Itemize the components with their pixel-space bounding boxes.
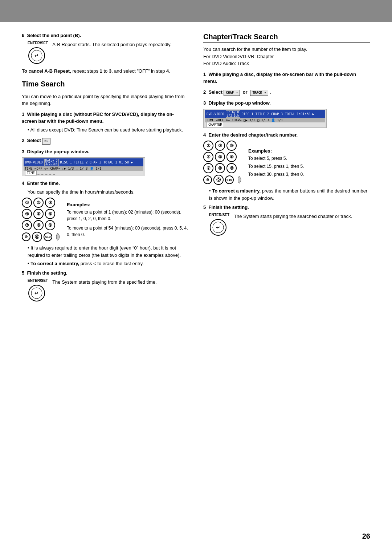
time-step5-text: Finish the setting. bbox=[27, 270, 67, 276]
enter-set-chap-icon: ↵ bbox=[209, 218, 227, 236]
osd-disc: DISC 1 TITLE 2 CHAP 3 TOTAL 1:01:58 ▶ bbox=[60, 161, 133, 164]
chap-bullet-1: To correct a misentry, press the number … bbox=[209, 187, 370, 202]
chap-step5-num: 5 bbox=[203, 204, 206, 210]
chap-step2: 2 Select CHAP → or TRACK → . bbox=[203, 89, 370, 96]
enter-set-time-block: ENTER/SET ↵ The System starts playing fr… bbox=[28, 279, 189, 302]
chap-num-btn-4[interactable]: ④ bbox=[203, 152, 213, 162]
time-step1: 1 While playing a disc (without PBC for … bbox=[22, 111, 189, 125]
page-content: 6 Select the end point (B). ENTER/SET ↵ bbox=[0, 22, 392, 316]
time-numpad-area: ① ② ③ ④ ⑤ ⑥ ⑦ ⑧ bbox=[22, 198, 189, 242]
time-bullet-2-rest: press < to erase the last entry. bbox=[81, 261, 144, 266]
enter-set-chap-left: ENTER/SET ↵ bbox=[209, 213, 229, 236]
chapter-track-intro: You can search for the number of the ite… bbox=[203, 46, 370, 67]
leq10-btn[interactable]: ≤10 bbox=[44, 231, 63, 242]
chap-num-btn-3[interactable]: ③ bbox=[226, 141, 237, 151]
page-wrapper: 6 Select the end point (B). ENTER/SET ↵ bbox=[0, 0, 392, 555]
chap-num-btn-2[interactable]: ② bbox=[215, 141, 225, 151]
chap-num-btn-7[interactable]: ⑦ bbox=[203, 163, 213, 173]
chap-osd-dolby: Dolby D3/2.1ch bbox=[226, 110, 240, 118]
chap-numpad-area: ① ② ③ ④ ⑤ ⑥ ⑦ ⑧ bbox=[203, 141, 370, 185]
chap-num-btn-1[interactable]: ① bbox=[203, 141, 213, 151]
time-step4-text: Enter the time. bbox=[27, 181, 60, 186]
chap-btn1[interactable]: CHAP → bbox=[224, 90, 240, 96]
num-btn-3[interactable]: ③ bbox=[45, 198, 55, 208]
num-btn-2[interactable]: ② bbox=[33, 198, 44, 208]
chap-examples-title: Examples: bbox=[248, 148, 304, 154]
time-step5-num: 5 bbox=[22, 270, 24, 276]
num-btn-10[interactable]: ⑩ bbox=[22, 232, 30, 241]
enter-set-chap-block: ENTER/SET ↵ The System starts playing th… bbox=[209, 213, 370, 236]
chap-num-btn-9[interactable]: ⑨ bbox=[226, 163, 237, 173]
chap-step1-num: 1 bbox=[203, 72, 206, 77]
time-numpad-row1: ① ② ③ ④ ⑤ ⑥ ⑦ ⑧ bbox=[22, 198, 189, 242]
num-btn-7[interactable]: ⑦ bbox=[22, 220, 32, 230]
time-step4-num: 4 bbox=[22, 181, 24, 186]
time-step2-num: 2 bbox=[22, 138, 24, 143]
time-step1-text: While playing a disc (without PBC for SV… bbox=[22, 112, 174, 124]
track-btn[interactable]: TRACK → bbox=[250, 90, 268, 96]
num-btn-5[interactable]: ⑤ bbox=[33, 209, 44, 219]
chap-step4-num: 4 bbox=[203, 132, 206, 138]
chap-or: or bbox=[243, 89, 248, 95]
svg-text:↵: ↵ bbox=[216, 224, 220, 230]
chap-example-2: To select 15, press 1, then 5. bbox=[248, 163, 304, 170]
svg-text:↵: ↵ bbox=[34, 290, 39, 296]
time-step2: 2 Select ⊙→ bbox=[22, 137, 189, 145]
chap-bullet-1-bold: To correct a misentry, bbox=[212, 188, 261, 194]
time-step3-text: Display the pop-up window. bbox=[27, 149, 89, 154]
enter-set-time-text: The System starts playing from the speci… bbox=[52, 279, 189, 286]
chap-step1: 1 While playing a disc, display the on-s… bbox=[203, 71, 370, 85]
time-step1-num: 1 bbox=[22, 112, 24, 117]
chap-step2-num: 2 bbox=[203, 89, 206, 95]
time-step1-bullet: All discs except DVD: Time Search can be… bbox=[28, 126, 189, 134]
enter-set-ab-icon: ↵ bbox=[28, 46, 46, 65]
time-search-section: Time Search You can move to a particular… bbox=[22, 80, 189, 302]
enter-set-ab-left: ENTER/SET ↵ bbox=[28, 41, 48, 65]
time-step4: 4 Enter the time. bbox=[22, 180, 189, 187]
chap-examples: Examples: To select 5, press 5. To selec… bbox=[248, 148, 304, 178]
chap-num-btn-6[interactable]: ⑥ bbox=[226, 152, 237, 162]
time-step3: 3 Display the pop-up window. bbox=[22, 148, 189, 155]
chap-osd-top: DVD-VIDEO Dolby D3/2.1ch DISC 1 TITLE 2 … bbox=[205, 110, 325, 118]
chap-step3-text: Display the pop-up window. bbox=[208, 100, 270, 106]
num-btn-0[interactable]: ⓪ bbox=[32, 232, 42, 242]
chapter-track-title: Chapter/Track Search bbox=[203, 33, 370, 43]
enter-set-chap-label: ENTER/SET bbox=[209, 213, 229, 217]
step6-text: Select the end point (B). bbox=[27, 33, 81, 38]
chap-osd-display: DVD-VIDEO Dolby D3/2.1ch DISC 1 TITLE 2 … bbox=[203, 109, 327, 128]
page-header bbox=[0, 0, 392, 22]
chap-num-btn-0[interactable]: ⓪ bbox=[213, 175, 224, 185]
chap-leq10-btn[interactable]: ≤10 bbox=[225, 174, 245, 185]
chap-osd-label: CHAPTER bbox=[207, 122, 224, 127]
time-search-title: Time Search bbox=[22, 80, 189, 90]
num-btn-4[interactable]: ④ bbox=[22, 209, 32, 219]
time-bullet-2: To correct a misentry, press < to erase … bbox=[28, 260, 189, 267]
chap-num-btn-5[interactable]: ⑤ bbox=[215, 152, 225, 162]
cancel-rest: repeat steps 1 to 3, and select "OFF" in… bbox=[72, 68, 170, 74]
enter-set-chap-text: The System starts playing the searched c… bbox=[234, 213, 370, 220]
enter-set-time-left: ENTER/SET ↵ bbox=[28, 279, 48, 302]
intro-line-1: You can search for the number of the ite… bbox=[203, 46, 370, 53]
chap-example-1: To select 5, press 5. bbox=[248, 155, 304, 162]
step6-block: 6 Select the end point (B). ENTER/SET ↵ bbox=[22, 33, 189, 75]
chap-osd-mid: TIME ⇄OFF ⊙→ CHAP→ □▶ 1/3 □ 1/ 3 👤 1/1 bbox=[205, 118, 325, 122]
osd-time-input: _ _ _ _ _ bbox=[37, 171, 55, 175]
chap-step4: 4 Enter the desired chapter/track number… bbox=[203, 131, 370, 139]
num-btn-9[interactable]: ⑨ bbox=[45, 220, 55, 230]
chap-step4-text: Enter the desired chapter/track number. bbox=[208, 132, 298, 138]
num-btn-1[interactable]: ① bbox=[22, 198, 32, 208]
time-example-2: To move to a point of 54 (minutes): 00 (… bbox=[67, 225, 189, 238]
time-step3-num: 3 bbox=[22, 149, 24, 154]
chap-num-btn-8[interactable]: ⑧ bbox=[215, 163, 225, 173]
cancel-bold: To cancel A-B Repeat, bbox=[22, 68, 71, 74]
chap-osd-top-text: DVD-VIDEO bbox=[207, 112, 224, 116]
num-btn-8[interactable]: ⑧ bbox=[33, 220, 44, 230]
chap-num-btn-10[interactable]: ⑩ bbox=[203, 175, 212, 184]
chap-step1-text: While playing a disc, display the on-scr… bbox=[203, 72, 356, 84]
cancel-text: To cancel A-B Repeat, repeat steps 1 to … bbox=[22, 68, 189, 75]
num-btn-6[interactable]: ⑥ bbox=[45, 209, 55, 219]
chap-numpad-row1: ① ② ③ ④ ⑤ ⑥ ⑦ ⑧ bbox=[203, 141, 370, 185]
time-osd-top: DVD-VIDEO Dolby D3/2.1ch DISC 1 TITLE 2 … bbox=[24, 158, 143, 166]
osd-time-label: TIME bbox=[25, 170, 37, 175]
time-step2-text: Select bbox=[27, 138, 41, 143]
